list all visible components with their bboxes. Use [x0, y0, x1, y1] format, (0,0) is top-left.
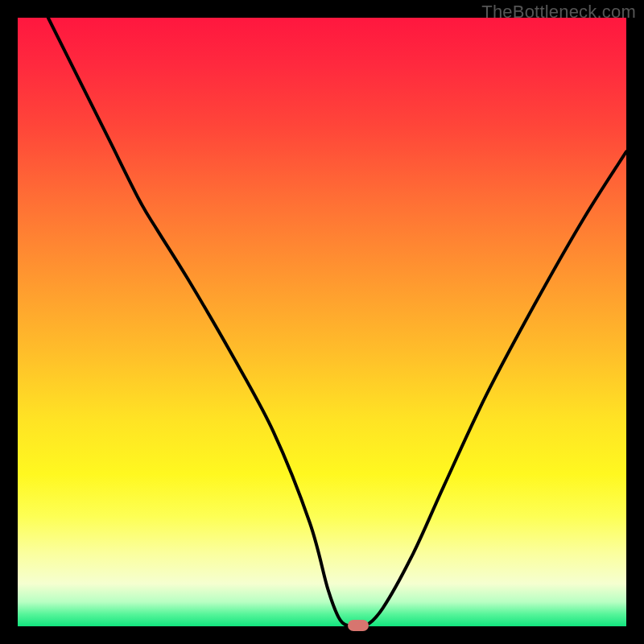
- chart-frame: TheBottleneck.com: [0, 0, 644, 644]
- bottleneck-curve: [18, 18, 626, 626]
- optimum-marker: [348, 620, 369, 631]
- watermark-text: TheBottleneck.com: [481, 2, 636, 23]
- plot-area: [18, 18, 626, 626]
